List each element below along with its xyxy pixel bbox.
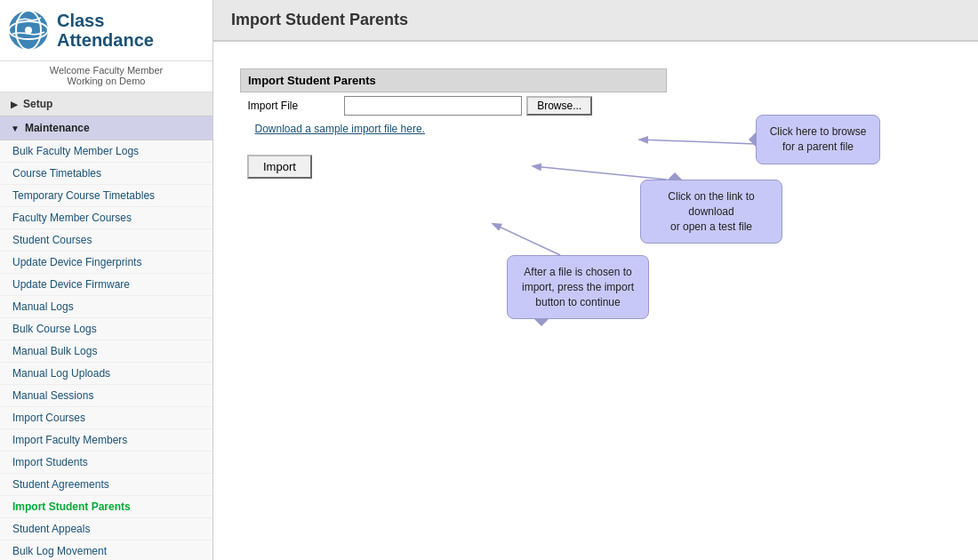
sidebar-item-faculty-member-courses[interactable]: Faculty Member Courses [0, 207, 212, 229]
setup-section[interactable]: ▶ Setup [0, 92, 212, 116]
import-form-table: Import Student Parents Import File Brows… [240, 68, 667, 139]
sidebar-item-update-device-fingerprints[interactable]: Update Device Fingerprints [0, 252, 212, 274]
browse-button[interactable]: Browse... [526, 96, 592, 116]
callout-download: Click on the link to downloador open a t… [640, 180, 782, 244]
content-area: Import Student Parents Import File Brows… [213, 42, 978, 560]
sidebar-item-import-students[interactable]: Import Students [0, 452, 212, 474]
app-logo [7, 9, 50, 52]
file-input-display [344, 96, 522, 116]
import-button[interactable]: Import [247, 155, 312, 179]
sidebar-item-manual-bulk-logs[interactable]: Manual Bulk Logs [0, 340, 212, 363]
svg-line-4 [640, 140, 756, 144]
svg-line-6 [493, 224, 560, 255]
page-header: Import Student Parents [213, 0, 978, 42]
sidebar-item-update-device-firmware[interactable]: Update Device Firmware [0, 274, 212, 296]
import-file-label: Import File [241, 92, 339, 120]
form-section-header: Import Student Parents [241, 69, 667, 92]
user-info: Welcome Faculty Member Working on Demo [0, 61, 212, 92]
callout-browse: Click here to browsefor a parent file [756, 115, 880, 164]
sidebar: Class Attendance Welcome Faculty Member … [0, 0, 213, 560]
maintenance-section[interactable]: ▼ Maintenance [0, 116, 212, 140]
sidebar-item-import-courses[interactable]: Import Courses [0, 407, 212, 429]
sidebar-item-bulk-faculty-logs[interactable]: Bulk Faculty Member Logs [0, 140, 212, 163]
sidebar-item-student-agreements[interactable]: Student Agreements [0, 474, 212, 496]
main-content: Import Student Parents Import Student Pa… [213, 0, 978, 560]
sidebar-item-bulk-log-movement[interactable]: Bulk Log Movement [0, 540, 212, 560]
sidebar-item-import-student-parents[interactable]: Import Student Parents [0, 496, 212, 518]
maintenance-arrow-icon: ▼ [11, 124, 20, 133]
logo-area: Class Attendance [0, 0, 212, 61]
svg-line-5 [533, 166, 667, 180]
sidebar-item-course-timetables[interactable]: Course Timetables [0, 163, 212, 185]
sidebar-item-import-faculty-members[interactable]: Import Faculty Members [0, 429, 212, 452]
callout-import: After a file is chosen toimport, press t… [507, 255, 649, 319]
sidebar-item-student-appeals[interactable]: Student Appeals [0, 518, 212, 540]
setup-arrow-icon: ▶ [11, 100, 18, 109]
sidebar-scroll[interactable]: ▶ Setup ▼ Maintenance Bulk Faculty Membe… [0, 92, 212, 560]
maintenance-items: Bulk Faculty Member Logs Course Timetabl… [0, 140, 212, 560]
app-title: Class Attendance [57, 11, 154, 50]
sidebar-item-manual-logs[interactable]: Manual Logs [0, 296, 212, 318]
sidebar-item-manual-sessions[interactable]: Manual Sessions [0, 385, 212, 407]
sidebar-item-bulk-course-logs[interactable]: Bulk Course Logs [0, 318, 212, 340]
sidebar-item-manual-log-uploads[interactable]: Manual Log Uploads [0, 363, 212, 385]
sidebar-item-student-courses[interactable]: Student Courses [0, 229, 212, 252]
download-link[interactable]: Download a sample import file here. [248, 121, 432, 137]
sidebar-item-temp-course-timetables[interactable]: Temporary Course Timetables [0, 185, 212, 207]
import-file-field: Browse... [339, 92, 667, 120]
page-title: Import Student Parents [231, 11, 408, 28]
